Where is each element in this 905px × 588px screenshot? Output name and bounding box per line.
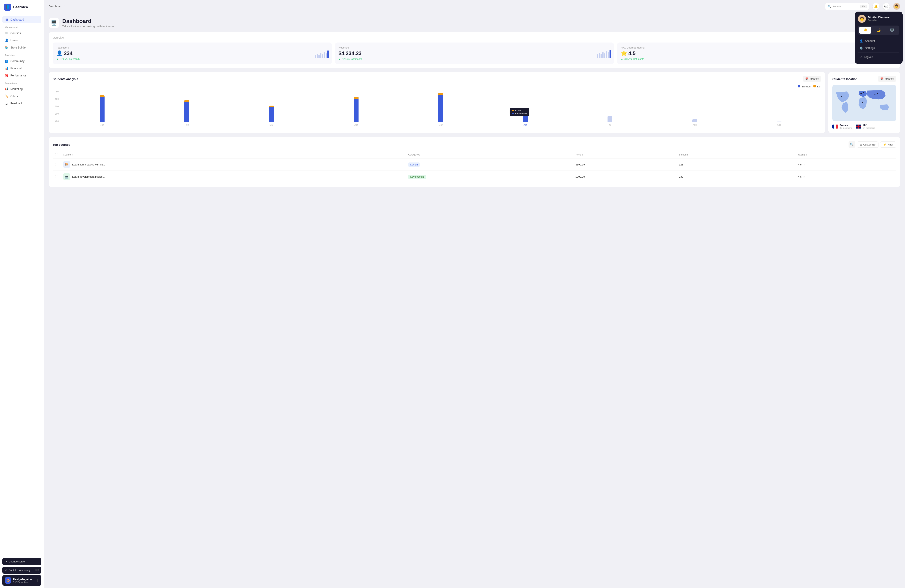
- row1-course: 🎨 Learn figma basics with ins...: [63, 161, 403, 168]
- customize-label: Customize: [863, 143, 875, 146]
- th-course[interactable]: Course ↕: [61, 151, 406, 159]
- th-students[interactable]: Students ↕: [676, 151, 795, 159]
- row1-checkbox-cell: [53, 159, 61, 171]
- students-analysis-card: Students analysis 📅 Monthly Enrolled Lef…: [49, 72, 825, 133]
- notifications-button[interactable]: 🔔: [872, 3, 880, 10]
- back-to-community-button[interactable]: ↩ Back to community ⌘B: [2, 567, 41, 574]
- x-label-jan: Jan: [60, 124, 144, 126]
- sidebar-item-store-builder[interactable]: 🏪 Store Builder: [2, 44, 41, 51]
- bar-sep: [777, 122, 782, 122]
- map-pin-asia1: [875, 94, 875, 95]
- th-rating[interactable]: Rating ↕: [795, 151, 896, 159]
- user-prefix-icon: 👤: [56, 50, 63, 57]
- sidebar-item-label: Performance: [10, 74, 26, 77]
- messages-button[interactable]: 💬: [883, 3, 890, 10]
- courses-table: Course ↕ Categories Price ↕ Students ↕: [53, 151, 896, 183]
- user-avatar-button[interactable]: 👨: [893, 3, 900, 10]
- financial-icon: 📊: [5, 67, 8, 70]
- dropdown-avatar: 👨: [858, 15, 866, 23]
- students-analysis-period-button[interactable]: 📅 Monthly: [803, 76, 821, 82]
- tooltip-enrolled-row: 120 enrolled: [512, 112, 527, 115]
- settings-icon: ⚙️: [859, 46, 863, 50]
- account-menu-item[interactable]: 👤 Account: [858, 37, 899, 44]
- left-dot: [813, 85, 816, 87]
- calendar-icon: 📅: [805, 78, 808, 80]
- table-header-row: Course ↕ Categories Price ↕ Students ↕: [53, 151, 896, 159]
- bell-icon: 🔔: [874, 5, 878, 8]
- table-actions: 🔍 ⊞ Customize ⚡ Filter: [849, 141, 896, 148]
- sidebar-item-users[interactable]: 👤 Users: [2, 37, 41, 44]
- th-rating-label: Rating: [798, 153, 805, 156]
- th-course-label: Course: [63, 153, 71, 156]
- row1-checkbox[interactable]: [55, 163, 58, 166]
- sidebar-item-community[interactable]: 👥 Community: [2, 57, 41, 65]
- th-price[interactable]: Price ↕: [573, 151, 676, 159]
- revenue-label: Revenue: [338, 46, 611, 49]
- star-outline-icon: ☆: [802, 163, 805, 166]
- content-area: 🖥️ Dashboard Take a look at your main gr…: [44, 13, 905, 588]
- filter-button[interactable]: ⚡ Filter: [880, 141, 896, 148]
- sidebar-item-performance[interactable]: 🎯 Performance: [2, 72, 41, 79]
- row1-rating-cell: 4.6 ☆: [795, 159, 896, 171]
- theme-light-button[interactable]: ☀️: [859, 27, 871, 34]
- settings-menu-item[interactable]: ⚙️ Settings: [858, 44, 899, 52]
- page-header-text: Dashboard Take a look at your main growt…: [62, 18, 114, 28]
- tooltip-orange-dot: [512, 110, 514, 111]
- sidebar-item-financial[interactable]: 📊 Financial: [2, 65, 41, 72]
- chart-bar: [325, 53, 327, 58]
- store-icon: 🏪: [5, 46, 8, 49]
- select-all-checkbox[interactable]: [55, 153, 58, 156]
- sidebar-item-feedback[interactable]: 💬 Feedback: [2, 100, 41, 107]
- chart-bar: [324, 52, 325, 58]
- legend-enrolled: Enrolled: [798, 85, 810, 88]
- bar-group-mar: [229, 106, 313, 122]
- th-checkbox: [53, 151, 61, 159]
- table-header: Top courses 🔍 ⊞ Customize ⚡ Filter: [53, 141, 896, 148]
- change-server-button[interactable]: ↺ Change server: [2, 558, 41, 565]
- revenue-chart: [597, 48, 611, 58]
- logo-icon: 📘: [4, 3, 11, 11]
- search-table-button[interactable]: 🔍: [849, 141, 855, 148]
- chart-tooltip: 12 left 120 enrolled: [510, 108, 529, 116]
- trend-up-icon: ▲: [621, 58, 623, 60]
- chart-bar: [317, 54, 318, 59]
- row2-checkbox-cell: [53, 171, 61, 183]
- page-title: Dashboard: [62, 18, 114, 24]
- chat-icon: 💬: [884, 5, 888, 8]
- x-label-jul: Jul: [568, 124, 652, 126]
- location-card-header: Students location 📅 Monthly: [832, 76, 896, 82]
- marketing-icon: 📢: [5, 87, 8, 91]
- sort-icon-rating: ↕: [806, 154, 807, 156]
- settings-label: Settings: [865, 46, 875, 50]
- location-period-button[interactable]: 📅 Monthly: [878, 76, 896, 82]
- breadcrumb-dashboard: Dashboard: [49, 5, 62, 8]
- revenue-trend: ▲ 23% vs. last month: [338, 58, 611, 60]
- sidebar-item-dashboard[interactable]: ⊞ Dashboard: [2, 16, 41, 23]
- map-pin-uk: [863, 92, 864, 93]
- tooltip-left-row: 12 left: [512, 110, 527, 112]
- sidebar-item-marketing[interactable]: 📢 Marketing: [2, 86, 41, 92]
- theme-monitor-button[interactable]: 🖥️: [886, 27, 898, 34]
- customize-button[interactable]: ⊞ Customize: [857, 141, 878, 148]
- chart-bar-highlight: [327, 50, 329, 58]
- tooltip-enrolled-count: 120 enrolled: [515, 112, 527, 115]
- france-info: France 83 members: [840, 124, 852, 129]
- search-bar[interactable]: 🔍 Search ⌘K: [825, 3, 869, 10]
- th-categories[interactable]: Categories: [406, 151, 573, 159]
- row2-course: 💻 Learn development basics...: [63, 173, 403, 180]
- sidebar-item-courses[interactable]: 📖 Courses: [2, 30, 41, 37]
- logout-menu-item[interactable]: ↩ Log out: [858, 54, 899, 61]
- chart-bar: [315, 55, 316, 58]
- sort-icon-students: ↕: [689, 154, 691, 156]
- row2-checkbox[interactable]: [55, 175, 58, 178]
- row2-course-cell: 💻 Learn development basics...: [61, 171, 406, 183]
- community-card[interactable]: 🎨 DesignTogether 1,212 members ⋮: [2, 575, 41, 586]
- sidebar-item-offers[interactable]: 🏷️ Offers: [2, 92, 41, 100]
- bar-group-feb: [145, 100, 229, 122]
- row2-category-cell: Development: [406, 171, 573, 183]
- row1-price-cell: $399.99: [573, 159, 676, 171]
- row2-rating-cell: 4.6 ☆: [795, 171, 896, 183]
- avatar-emoji: 👨: [894, 4, 899, 9]
- bar-may: [438, 93, 443, 122]
- theme-dark-button[interactable]: 🌙: [872, 27, 884, 34]
